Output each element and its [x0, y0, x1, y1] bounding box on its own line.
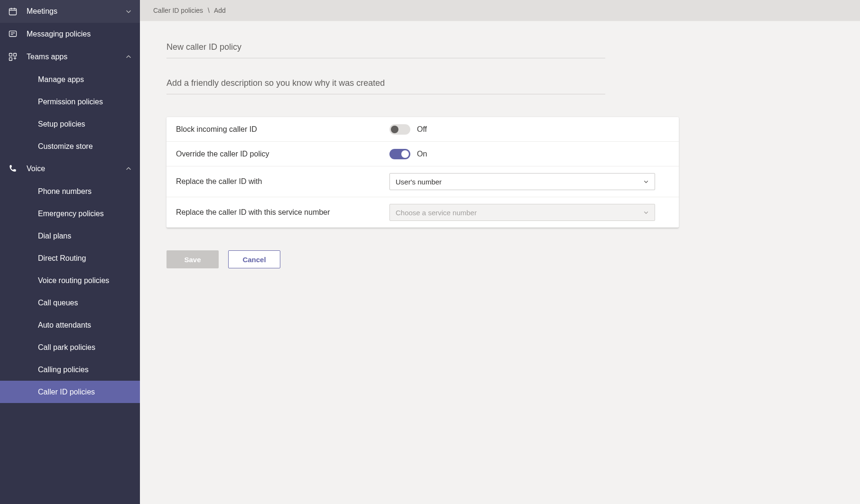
select-placeholder: Choose a service number [396, 209, 643, 217]
sidebar-item-label: Teams apps [27, 53, 125, 61]
sidebar-item-label: Voice [27, 165, 125, 173]
setting-control: Choose a service number [389, 204, 669, 221]
sidebar-item-phone-numbers[interactable]: Phone numbers [0, 180, 140, 202]
sidebar-item-label: Meetings [27, 7, 125, 16]
setting-label: Replace the caller ID with this service … [176, 208, 389, 217]
sidebar-item-call-queues[interactable]: Call queues [0, 292, 140, 314]
sidebar-item-label: Messaging policies [27, 30, 132, 38]
chevron-down-icon [643, 178, 649, 186]
setting-label: Block incoming caller ID [176, 125, 389, 134]
setting-label: Override the caller ID policy [176, 150, 389, 158]
setting-control: User's number [389, 173, 669, 190]
replace-with-select[interactable]: User's number [389, 173, 655, 190]
sidebar-item-call-park-policies[interactable]: Call park policies [0, 336, 140, 358]
sidebar-item-calling-policies[interactable]: Calling policies [0, 358, 140, 381]
sidebar-item-label: Voice routing policies [38, 276, 132, 285]
sidebar-item-caller-id-policies[interactable]: Caller ID policies [0, 381, 140, 403]
sidebar-item-label: Permission policies [38, 98, 132, 106]
toggle-state-label: Off [417, 125, 427, 134]
sidebar-item-label: Calling policies [38, 366, 132, 374]
sidebar-item-label: Customize store [38, 142, 132, 151]
policy-description-input[interactable] [166, 72, 605, 94]
button-row: Save Cancel [166, 250, 833, 268]
sidebar-item-direct-routing[interactable]: Direct Routing [0, 247, 140, 269]
sidebar-item-emergency-policies[interactable]: Emergency policies [0, 202, 140, 225]
sidebar-item-label: Phone numbers [38, 187, 132, 196]
sidebar-item-label: Call queues [38, 299, 132, 307]
service-number-select: Choose a service number [389, 204, 655, 221]
sidebar-item-setup-policies[interactable]: Setup policies [0, 113, 140, 135]
sidebar-item-label: Manage apps [38, 75, 132, 84]
svg-rect-4 [9, 58, 12, 61]
toggle-knob [391, 126, 398, 133]
setting-row-service-number: Replace the caller ID with this service … [166, 197, 679, 228]
sidebar-item-voice-routing-policies[interactable]: Voice routing policies [0, 269, 140, 292]
sidebar-item-messaging-policies[interactable]: Messaging policies [0, 23, 140, 46]
sidebar-item-customize-store[interactable]: Customize store [0, 135, 140, 157]
chevron-up-icon [125, 53, 132, 61]
setting-row-replace-with: Replace the caller ID with User's number [166, 166, 679, 197]
setting-control: On [389, 149, 669, 159]
toggle-knob [401, 150, 409, 158]
breadcrumb: Caller ID policies \ Add [140, 0, 860, 21]
setting-control: Off [389, 124, 669, 135]
content-area: Block incoming caller ID Off Override th… [140, 21, 860, 504]
settings-card: Block incoming caller ID Off Override th… [166, 117, 679, 228]
sidebar-item-label: Direct Routing [38, 254, 132, 263]
chat-icon [8, 29, 18, 39]
calendar-icon [8, 6, 18, 17]
chevron-down-icon [125, 8, 132, 15]
sidebar: Meetings Messaging policies Teams apps M… [0, 0, 140, 504]
svg-rect-1 [9, 31, 17, 37]
cancel-button[interactable]: Cancel [228, 250, 280, 268]
sidebar-item-teams-apps[interactable]: Teams apps [0, 46, 140, 68]
toggle-state-label: On [417, 150, 427, 158]
sidebar-item-manage-apps[interactable]: Manage apps [0, 68, 140, 91]
sidebar-item-label: Call park policies [38, 343, 132, 352]
sidebar-item-dial-plans[interactable]: Dial plans [0, 225, 140, 247]
setting-label: Replace the caller ID with [176, 177, 389, 186]
phone-icon [8, 164, 18, 174]
sidebar-item-label: Emergency policies [38, 210, 132, 218]
svg-rect-0 [9, 9, 17, 15]
sidebar-item-label: Dial plans [38, 232, 132, 240]
breadcrumb-root-link[interactable]: Caller ID policies [153, 7, 203, 14]
block-incoming-toggle[interactable] [389, 124, 410, 135]
svg-rect-3 [14, 54, 17, 56]
breadcrumb-current: Add [214, 7, 226, 14]
sidebar-item-permission-policies[interactable]: Permission policies [0, 91, 140, 113]
main-content: Caller ID policies \ Add Block incoming … [140, 0, 860, 504]
sidebar-item-voice[interactable]: Voice [0, 157, 140, 180]
chevron-up-icon [125, 165, 132, 173]
sidebar-item-label: Auto attendants [38, 321, 132, 330]
setting-row-block-incoming: Block incoming caller ID Off [166, 117, 679, 142]
sidebar-item-auto-attendants[interactable]: Auto attendants [0, 314, 140, 336]
override-policy-toggle[interactable] [389, 149, 410, 159]
policy-name-input[interactable] [166, 36, 605, 58]
sidebar-item-label: Caller ID policies [38, 388, 132, 396]
apps-icon [8, 52, 18, 62]
sidebar-item-meetings[interactable]: Meetings [0, 0, 140, 23]
sidebar-item-label: Setup policies [38, 120, 132, 128]
setting-row-override-policy: Override the caller ID policy On [166, 142, 679, 166]
svg-rect-2 [9, 54, 12, 56]
save-button[interactable]: Save [166, 250, 219, 268]
select-value: User's number [396, 178, 643, 186]
chevron-down-icon [643, 209, 649, 217]
breadcrumb-separator: \ [208, 7, 210, 14]
